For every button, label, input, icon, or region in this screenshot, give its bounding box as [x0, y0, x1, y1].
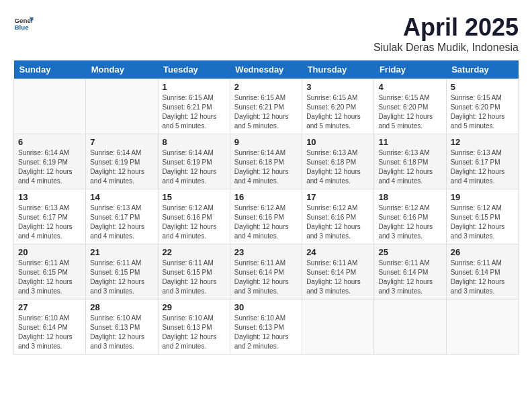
- svg-text:Blue: Blue: [15, 24, 30, 31]
- calendar-cell: 20Sunrise: 6:11 AM Sunset: 6:15 PM Dayli…: [14, 244, 86, 300]
- calendar-table: SundayMondayTuesdayWednesdayThursdayFrid…: [13, 60, 519, 355]
- day-number: 15: [163, 192, 226, 202]
- day-number: 10: [306, 137, 369, 147]
- day-info: Sunrise: 6:12 AM Sunset: 6:16 PM Dayligh…: [163, 203, 226, 241]
- calendar-cell: 13Sunrise: 6:13 AM Sunset: 6:17 PM Dayli…: [14, 189, 86, 244]
- calendar-cell: 28Sunrise: 6:10 AM Sunset: 6:13 PM Dayli…: [86, 300, 158, 355]
- weekday-header-monday: Monday: [86, 60, 158, 79]
- calendar-cell: [86, 79, 158, 134]
- calendar-cell: 30Sunrise: 6:10 AM Sunset: 6:13 PM Dayli…: [230, 300, 302, 355]
- day-info: Sunrise: 6:15 AM Sunset: 6:20 PM Dayligh…: [378, 93, 441, 131]
- day-info: Sunrise: 6:10 AM Sunset: 6:14 PM Dayligh…: [18, 314, 81, 351]
- day-number: 4: [378, 82, 441, 92]
- day-info: Sunrise: 6:14 AM Sunset: 6:18 PM Dayligh…: [234, 148, 298, 186]
- day-info: Sunrise: 6:10 AM Sunset: 6:13 PM Dayligh…: [90, 314, 153, 351]
- day-info: Sunrise: 6:12 AM Sunset: 6:15 PM Dayligh…: [451, 203, 514, 241]
- calendar-week-row: 6Sunrise: 6:14 AM Sunset: 6:19 PM Daylig…: [14, 134, 519, 189]
- day-info: Sunrise: 6:13 AM Sunset: 6:18 PM Dayligh…: [378, 148, 441, 186]
- calendar-cell: 16Sunrise: 6:12 AM Sunset: 6:16 PM Dayli…: [230, 189, 302, 244]
- day-info: Sunrise: 6:12 AM Sunset: 6:16 PM Dayligh…: [378, 203, 441, 241]
- day-number: 26: [451, 247, 514, 257]
- title-area: April 2025 Siulak Deras Mudik, Indonesia: [373, 13, 519, 54]
- calendar-week-row: 1Sunrise: 6:15 AM Sunset: 6:21 PM Daylig…: [14, 79, 519, 134]
- calendar-cell: 22Sunrise: 6:11 AM Sunset: 6:15 PM Dayli…: [158, 244, 230, 300]
- day-info: Sunrise: 6:13 AM Sunset: 6:17 PM Dayligh…: [451, 148, 514, 186]
- location-subtitle: Siulak Deras Mudik, Indonesia: [373, 42, 519, 54]
- calendar-cell: 12Sunrise: 6:13 AM Sunset: 6:17 PM Dayli…: [446, 134, 518, 189]
- calendar-cell: [14, 79, 86, 134]
- day-number: 9: [234, 137, 298, 147]
- day-number: 23: [234, 247, 298, 257]
- calendar-cell: 14Sunrise: 6:13 AM Sunset: 6:17 PM Dayli…: [86, 189, 158, 244]
- day-info: Sunrise: 6:12 AM Sunset: 6:16 PM Dayligh…: [306, 203, 369, 241]
- logo-icon: General Blue: [13, 13, 34, 34]
- day-number: 6: [18, 137, 81, 147]
- calendar-cell: 5Sunrise: 6:15 AM Sunset: 6:20 PM Daylig…: [446, 79, 518, 134]
- day-info: Sunrise: 6:11 AM Sunset: 6:15 PM Dayligh…: [90, 259, 153, 296]
- day-number: 19: [451, 192, 514, 202]
- calendar-cell: [374, 300, 446, 355]
- day-number: 29: [163, 302, 226, 312]
- day-number: 2: [234, 82, 298, 92]
- day-number: 16: [234, 192, 298, 202]
- weekday-header-friday: Friday: [374, 60, 446, 79]
- day-info: Sunrise: 6:14 AM Sunset: 6:19 PM Dayligh…: [163, 148, 226, 186]
- day-info: Sunrise: 6:14 AM Sunset: 6:19 PM Dayligh…: [18, 148, 81, 186]
- day-info: Sunrise: 6:13 AM Sunset: 6:17 PM Dayligh…: [18, 203, 81, 241]
- calendar-cell: 19Sunrise: 6:12 AM Sunset: 6:15 PM Dayli…: [446, 189, 518, 244]
- day-number: 12: [451, 137, 514, 147]
- day-info: Sunrise: 6:12 AM Sunset: 6:16 PM Dayligh…: [234, 203, 298, 241]
- calendar-cell: 6Sunrise: 6:14 AM Sunset: 6:19 PM Daylig…: [14, 134, 86, 189]
- calendar-cell: 23Sunrise: 6:11 AM Sunset: 6:14 PM Dayli…: [230, 244, 302, 300]
- day-info: Sunrise: 6:11 AM Sunset: 6:15 PM Dayligh…: [18, 259, 81, 296]
- weekday-header-saturday: Saturday: [446, 60, 518, 79]
- calendar-cell: [446, 300, 518, 355]
- month-title: April 2025: [373, 13, 519, 42]
- day-number: 7: [90, 137, 153, 147]
- day-number: 5: [451, 82, 514, 92]
- calendar-cell: 10Sunrise: 6:13 AM Sunset: 6:18 PM Dayli…: [302, 134, 374, 189]
- calendar-cell: 4Sunrise: 6:15 AM Sunset: 6:20 PM Daylig…: [374, 79, 446, 134]
- calendar-cell: 7Sunrise: 6:14 AM Sunset: 6:19 PM Daylig…: [86, 134, 158, 189]
- day-number: 18: [378, 192, 441, 202]
- day-info: Sunrise: 6:11 AM Sunset: 6:14 PM Dayligh…: [451, 259, 514, 296]
- calendar-cell: 17Sunrise: 6:12 AM Sunset: 6:16 PM Dayli…: [302, 189, 374, 244]
- day-number: 25: [378, 247, 441, 257]
- header: General Blue April 2025 Siulak Deras Mud…: [13, 13, 519, 54]
- calendar-cell: 26Sunrise: 6:11 AM Sunset: 6:14 PM Dayli…: [446, 244, 518, 300]
- calendar-cell: 18Sunrise: 6:12 AM Sunset: 6:16 PM Dayli…: [374, 189, 446, 244]
- calendar-week-row: 20Sunrise: 6:11 AM Sunset: 6:15 PM Dayli…: [14, 244, 519, 300]
- day-info: Sunrise: 6:13 AM Sunset: 6:18 PM Dayligh…: [306, 148, 369, 186]
- calendar-cell: 2Sunrise: 6:15 AM Sunset: 6:21 PM Daylig…: [230, 79, 302, 134]
- day-number: 1: [163, 82, 226, 92]
- day-number: 17: [306, 192, 369, 202]
- calendar-cell: 24Sunrise: 6:11 AM Sunset: 6:14 PM Dayli…: [302, 244, 374, 300]
- weekday-header-tuesday: Tuesday: [158, 60, 230, 79]
- weekday-header-wednesday: Wednesday: [230, 60, 302, 79]
- calendar-cell: 27Sunrise: 6:10 AM Sunset: 6:14 PM Dayli…: [14, 300, 86, 355]
- day-info: Sunrise: 6:11 AM Sunset: 6:14 PM Dayligh…: [234, 259, 298, 296]
- calendar-week-row: 27Sunrise: 6:10 AM Sunset: 6:14 PM Dayli…: [14, 300, 519, 355]
- day-info: Sunrise: 6:10 AM Sunset: 6:13 PM Dayligh…: [163, 314, 226, 351]
- calendar-cell: [302, 300, 374, 355]
- day-number: 28: [90, 302, 153, 312]
- day-number: 21: [90, 247, 153, 257]
- calendar-cell: 29Sunrise: 6:10 AM Sunset: 6:13 PM Dayli…: [158, 300, 230, 355]
- calendar-cell: 15Sunrise: 6:12 AM Sunset: 6:16 PM Dayli…: [158, 189, 230, 244]
- calendar-cell: 3Sunrise: 6:15 AM Sunset: 6:20 PM Daylig…: [302, 79, 374, 134]
- day-info: Sunrise: 6:13 AM Sunset: 6:17 PM Dayligh…: [90, 203, 153, 241]
- calendar-cell: 8Sunrise: 6:14 AM Sunset: 6:19 PM Daylig…: [158, 134, 230, 189]
- day-number: 24: [306, 247, 369, 257]
- weekday-header-sunday: Sunday: [14, 60, 86, 79]
- logo: General Blue: [13, 13, 34, 34]
- calendar-cell: 25Sunrise: 6:11 AM Sunset: 6:14 PM Dayli…: [374, 244, 446, 300]
- day-number: 27: [18, 302, 81, 312]
- calendar-cell: 21Sunrise: 6:11 AM Sunset: 6:15 PM Dayli…: [86, 244, 158, 300]
- day-number: 13: [18, 192, 81, 202]
- day-number: 14: [90, 192, 153, 202]
- day-number: 20: [18, 247, 81, 257]
- day-info: Sunrise: 6:11 AM Sunset: 6:14 PM Dayligh…: [378, 259, 441, 296]
- calendar-cell: 9Sunrise: 6:14 AM Sunset: 6:18 PM Daylig…: [230, 134, 302, 189]
- day-info: Sunrise: 6:14 AM Sunset: 6:19 PM Dayligh…: [90, 148, 153, 186]
- day-info: Sunrise: 6:15 AM Sunset: 6:20 PM Dayligh…: [306, 93, 369, 131]
